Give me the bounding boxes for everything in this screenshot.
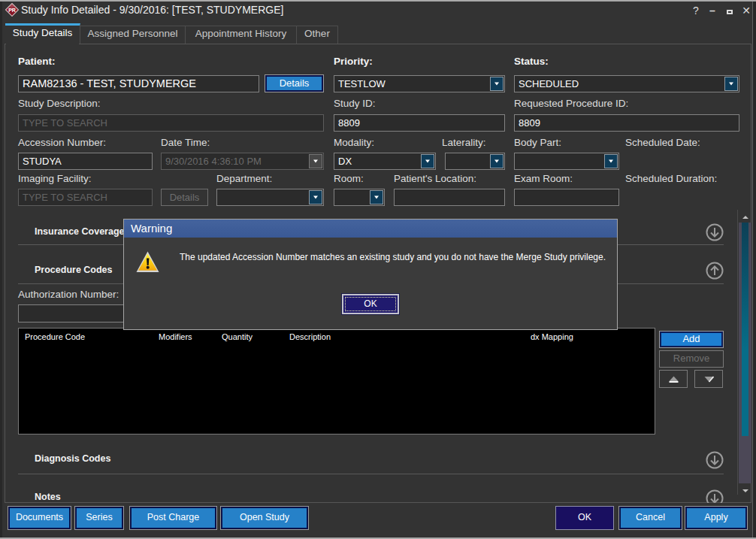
svg-text:PR: PR — [8, 8, 16, 13]
